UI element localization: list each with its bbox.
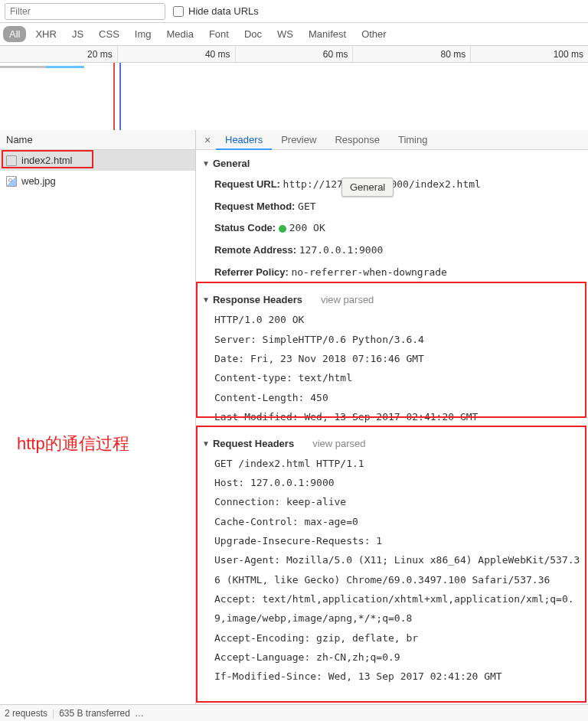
- type-tab-manifest[interactable]: Manifest: [302, 26, 352, 42]
- general-title: General: [213, 158, 250, 169]
- waterfall-bar: [46, 66, 84, 68]
- status-code-label: Status Code:: [214, 222, 276, 233]
- annotation-text: http的通信过程: [17, 432, 129, 455]
- general-section-toggle[interactable]: ▼ General: [199, 156, 585, 174]
- header-line: Content-type: text/html: [199, 368, 585, 387]
- timeline-tick: 40 ms: [118, 46, 236, 62]
- status-code-value: 200 OK: [289, 222, 325, 233]
- filter-input[interactable]: [5, 3, 165, 20]
- status-more: …: [135, 708, 144, 719]
- timeline-tick: 60 ms: [236, 46, 354, 62]
- header-line: Date: Fri, 23 Nov 2018 07:16:46 GMT: [199, 349, 585, 368]
- hide-data-urls-checkbox[interactable]: Hide data URLs: [173, 5, 259, 17]
- triangle-down-icon: ▼: [202, 159, 210, 168]
- type-tab-doc[interactable]: Doc: [238, 26, 268, 42]
- document-file-icon: [6, 155, 17, 166]
- header-line: Upgrade-Insecure-Requests: 1: [199, 531, 585, 550]
- load-event-line: [113, 63, 115, 130]
- timeline-waterfall: [0, 63, 588, 130]
- domcontent-line: [119, 63, 121, 130]
- header-line: Connection: keep-alive: [199, 492, 585, 511]
- image-file-icon: [6, 176, 17, 187]
- request-name: index2.html: [21, 155, 72, 166]
- triangle-down-icon: ▼: [202, 295, 210, 304]
- request-url-label: Request URL:: [214, 178, 280, 190]
- view-parsed-link[interactable]: view parsed: [321, 294, 374, 305]
- separator: |: [52, 708, 54, 719]
- type-tab-img[interactable]: Img: [129, 26, 158, 42]
- response-headers-title: Response Headers: [213, 294, 302, 305]
- content-split: Name index2.htmlweb.jpg http的通信过程 × Head…: [0, 130, 588, 704]
- header-line: Accept-Encoding: gzip, deflate, br: [199, 628, 585, 648]
- tooltip: General: [341, 178, 394, 197]
- header-line: If-Modified-Since: Wed, 13 Sep 2017 02:4…: [199, 667, 585, 686]
- close-icon[interactable]: ×: [199, 134, 216, 146]
- timeline-overview[interactable]: 20 ms40 ms60 ms80 ms100 ms: [0, 46, 588, 130]
- remote-address-label: Remote Address:: [214, 244, 296, 256]
- hide-data-urls-label: Hide data URLs: [188, 5, 259, 17]
- requests-list-header[interactable]: Name: [0, 130, 195, 150]
- referrer-policy-label: Referrer Policy:: [214, 266, 289, 278]
- header-line: User-Agent: Mozilla/5.0 (X11; Linux x86_…: [199, 550, 585, 589]
- detail-body: General ▼ General Request URL: http://12…: [196, 150, 588, 704]
- remote-address-value: 127.0.0.1:9000: [299, 244, 384, 256]
- type-tab-other[interactable]: Other: [355, 26, 393, 42]
- detail-tab-response[interactable]: Response: [325, 131, 389, 148]
- header-line: Server: SimpleHTTP/0.6 Python/3.6.4: [199, 330, 585, 349]
- status-dot-icon: [279, 225, 286, 233]
- timeline-labels: 20 ms40 ms60 ms80 ms100 ms: [0, 46, 588, 63]
- header-line: Cache-Control: max-age=0: [199, 512, 585, 531]
- requests-list-panel: Name index2.htmlweb.jpg http的通信过程: [0, 130, 196, 704]
- filter-bar: Hide data URLs: [0, 0, 588, 23]
- request-method-label: Request Method:: [214, 201, 295, 212]
- request-row[interactable]: index2.html: [0, 150, 195, 171]
- status-bar: 2 requests | 635 B transferred …: [0, 704, 588, 721]
- timeline-tick: 100 ms: [471, 46, 588, 62]
- triangle-down-icon: ▼: [202, 439, 210, 448]
- status-requests: 2 requests: [5, 708, 47, 719]
- type-tab-js[interactable]: JS: [66, 26, 90, 42]
- type-tab-media[interactable]: Media: [160, 26, 199, 42]
- status-transferred: 635 B transferred: [59, 708, 130, 719]
- timeline-tick: 80 ms: [353, 46, 471, 62]
- timeline-tick: 20 ms: [0, 46, 118, 62]
- hide-data-urls-box[interactable]: [173, 6, 184, 17]
- request-headers-section: ▼ Request Headers view parsed GET /index…: [196, 433, 588, 693]
- header-line: Accept-Language: zh-CN,zh;q=0.9: [199, 648, 585, 667]
- resource-type-tabs: AllXHRJSCSSImgMediaFontDocWSManifestOthe…: [0, 23, 588, 46]
- referrer-policy-value: no-referrer-when-downgrade: [291, 266, 447, 278]
- type-tab-ws[interactable]: WS: [271, 26, 299, 42]
- response-headers-section: ▼ Response Headers view parsed HTTP/1.0 …: [196, 289, 588, 432]
- header-line: Content-Length: 450: [199, 388, 585, 407]
- request-name: web.jpg: [21, 175, 56, 187]
- request-row[interactable]: web.jpg: [0, 171, 195, 191]
- general-section: ▼ General Request URL: http://127.0.0.1:…: [196, 153, 588, 289]
- header-line: HTTP/1.0 200 OK: [199, 310, 585, 329]
- response-headers-toggle[interactable]: ▼ Response Headers view parsed: [199, 292, 585, 310]
- view-parsed-link[interactable]: view parsed: [312, 438, 365, 449]
- detail-tab-preview[interactable]: Preview: [272, 131, 325, 148]
- requests-list: index2.htmlweb.jpg: [0, 150, 195, 704]
- detail-tab-timing[interactable]: Timing: [389, 131, 437, 148]
- header-line: Accept: text/html,application/xhtml+xml,…: [199, 589, 585, 628]
- request-detail-panel: × HeadersPreviewResponseTiming General ▼…: [196, 130, 588, 704]
- type-tab-all[interactable]: All: [3, 26, 26, 42]
- request-headers-toggle[interactable]: ▼ Request Headers view parsed: [199, 436, 585, 454]
- waterfall-bar: [0, 66, 46, 68]
- type-tab-xhr[interactable]: XHR: [29, 26, 62, 42]
- header-line: Last-Modified: Wed, 13 Sep 2017 02:41:20…: [199, 407, 585, 426]
- type-tab-font[interactable]: Font: [203, 26, 235, 42]
- detail-tab-headers[interactable]: Headers: [216, 131, 272, 150]
- request-method-value: GET: [298, 201, 315, 212]
- detail-tabs: × HeadersPreviewResponseTiming: [196, 130, 588, 150]
- type-tab-css[interactable]: CSS: [93, 26, 126, 42]
- header-line: Host: 127.0.0.1:9000: [199, 473, 585, 492]
- request-headers-title: Request Headers: [213, 438, 294, 449]
- header-line: GET /index2.html HTTP/1.1: [199, 454, 585, 473]
